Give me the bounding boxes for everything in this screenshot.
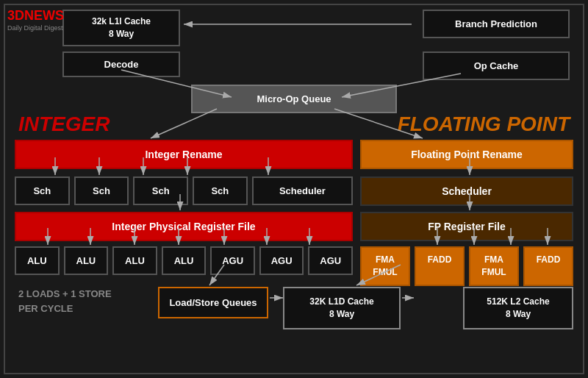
- loads-line2: PER CYCLE: [18, 303, 73, 314]
- alu-box-3: ALU: [112, 246, 157, 275]
- sch-box-3: Sch: [133, 176, 188, 205]
- loads-text: 2 LOADS + 1 STORE PER CYCLE: [18, 287, 112, 315]
- svg-line-5: [151, 109, 217, 138]
- fma-box-1: FMA FMUL: [360, 246, 410, 286]
- branch-prediction-label: Branch Prediction: [455, 18, 537, 29]
- fadd-box-2: FADD: [523, 246, 573, 286]
- integer-rename-label: Integer Rename: [145, 149, 222, 160]
- fp-scheduler-box: Scheduler: [360, 176, 573, 206]
- l2-label-line2: 8 Way: [506, 309, 531, 319]
- loads-line1: 2 LOADS + 1 STORE: [18, 288, 112, 299]
- l1d-label-line1: 32K L1D Cache: [309, 296, 373, 307]
- agu-box-1: AGU: [210, 246, 255, 275]
- alu-row: ALU ALU ALU ALU AGU AGU AGU: [15, 246, 353, 275]
- fp-rename-label: Floating Point Rename: [411, 149, 523, 160]
- int-reg-file-label: Integer Physical Register File: [112, 221, 255, 232]
- alu-box-4: ALU: [162, 246, 207, 275]
- fp-reg-file-box: FP Register File: [360, 212, 573, 241]
- integer-rename-box: Integer Rename: [15, 140, 353, 169]
- int-reg-file-box: Integer Physical Register File: [15, 212, 353, 241]
- fp-rename-box: Floating Point Rename: [360, 140, 573, 169]
- fma-row: FMA FMUL FADD FMA FMUL FADD: [360, 246, 573, 286]
- fp-header: FLOATING POINT: [398, 113, 570, 136]
- l2-label-line1: 512K L2 Cache: [487, 296, 549, 307]
- sch-row: Sch Sch Sch Sch Scheduler: [15, 176, 353, 205]
- logo-text: 3DNEWS Daily Digital Digest: [7, 7, 81, 33]
- l1d-label-line2: 8 Way: [329, 309, 354, 319]
- alu-box-2: ALU: [64, 246, 109, 275]
- op-cache-box: Op Cache: [423, 51, 570, 80]
- branch-prediction-box: Branch Prediction: [423, 10, 570, 38]
- agu-box-3: AGU: [308, 246, 353, 275]
- logo: 3DNEWS Daily Digital Digest: [7, 7, 81, 48]
- micro-op-queue-box: Micro-Op Queue: [191, 85, 397, 113]
- integer-header: INTEGER: [18, 113, 110, 136]
- l1d-cache-box: 32K L1D Cache 8 Way: [283, 287, 401, 329]
- fp-reg-file-label: FP Register File: [428, 221, 506, 232]
- fadd-box-1: FADD: [415, 246, 465, 286]
- alu-box-1: ALU: [15, 246, 60, 275]
- op-cache-label: Op Cache: [474, 60, 519, 71]
- sch-box-4: Sch: [193, 176, 248, 205]
- decode-label: Decode: [104, 59, 139, 70]
- integer-header-label: INTEGER: [18, 113, 110, 135]
- diagram: 3DNEWS Daily Digital Digest 32k L1l Cach…: [4, 4, 584, 374]
- agu-box-2: AGU: [259, 246, 304, 275]
- load-store-label: Load/Store Queues: [169, 297, 257, 308]
- sch-box-1: Sch: [15, 176, 70, 205]
- l2-cache-box: 512K L2 Cache 8 Way: [463, 287, 573, 329]
- decode-box: Decode: [62, 51, 180, 77]
- load-store-box: Load/Store Queues: [158, 287, 268, 318]
- l1-cache-label-line1: 32k L1l Cache: [92, 16, 151, 26]
- fp-scheduler-label: Scheduler: [442, 185, 492, 197]
- fp-header-label: FLOATING POINT: [398, 113, 570, 135]
- fma-box-2: FMA FMUL: [469, 246, 519, 286]
- micro-op-queue-label: Micro-Op Queue: [257, 93, 331, 104]
- int-scheduler-box: Scheduler: [252, 176, 353, 205]
- sch-box-2: Sch: [74, 176, 129, 205]
- l1-cache-label-line2: 8 Way: [109, 29, 134, 39]
